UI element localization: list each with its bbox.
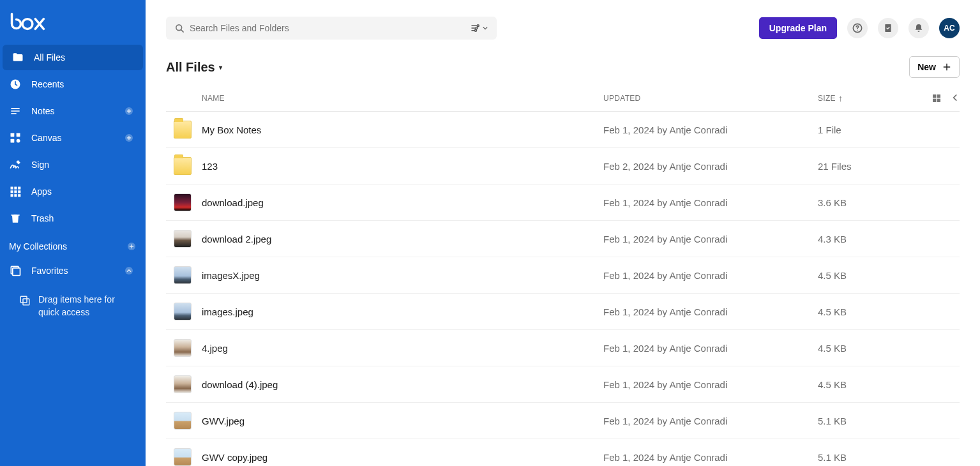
file-size: 1 File (818, 124, 914, 135)
notifications-icon[interactable] (908, 18, 929, 38)
new-button-label: New (917, 62, 936, 72)
new-button[interactable]: New (909, 56, 960, 78)
svg-rect-19 (13, 268, 20, 276)
sidebar-item-label: Canvas (31, 133, 124, 143)
file-name[interactable]: 123 (202, 161, 603, 172)
file-name[interactable]: GWV.jpeg (202, 416, 603, 426)
search-filter-icon[interactable] (467, 20, 490, 36)
folder-icon (174, 121, 192, 139)
sidebar-item-label: Favorites (31, 266, 124, 276)
file-size: 3.6 KB (818, 197, 914, 208)
image-thumbnail (174, 339, 192, 357)
image-thumbnail (174, 303, 192, 320)
sidebar-item-label: Notes (31, 106, 124, 116)
plus-icon[interactable] (126, 241, 137, 252)
sidebar-item-trash[interactable]: Trash (0, 206, 143, 231)
svg-rect-8 (11, 187, 13, 190)
table-row[interactable]: My Box NotesFeb 1, 2024 by Antje Conradi… (166, 112, 960, 148)
canvas-icon (9, 132, 22, 144)
search-input[interactable] (190, 23, 467, 33)
plus-icon[interactable] (124, 133, 134, 143)
file-size: 4.5 KB (818, 343, 914, 354)
file-updated: Feb 1, 2024 by Antje Conradi (603, 234, 818, 244)
table-row[interactable]: images.jpegFeb 1, 2024 by Antje Conradi4… (166, 294, 960, 330)
file-size: 4.3 KB (818, 234, 914, 244)
column-updated[interactable]: UPDATED (603, 94, 818, 103)
search-icon (175, 24, 185, 33)
file-updated: Feb 1, 2024 by Antje Conradi (603, 343, 818, 354)
file-updated: Feb 1, 2024 by Antje Conradi (603, 197, 818, 208)
table-row[interactable]: imagesX.jpegFeb 1, 2024 by Antje Conradi… (166, 257, 960, 294)
sidebar-item-favorites[interactable]: Favorites (0, 258, 143, 283)
table-row[interactable]: GWV.jpegFeb 1, 2024 by Antje Conradi5.1 … (166, 403, 960, 439)
svg-rect-15 (14, 194, 17, 197)
page-title[interactable]: All Files ▾ (166, 60, 222, 75)
file-name[interactable]: GWV copy.jpeg (202, 452, 603, 463)
upgrade-plan-button[interactable]: Upgrade Plan (759, 17, 837, 39)
details-pane-toggle-icon[interactable] (951, 93, 960, 103)
svg-point-28 (857, 30, 857, 31)
file-name[interactable]: download.jpeg (202, 197, 603, 208)
chevron-up-icon[interactable] (124, 266, 134, 276)
sidebar-item-notes[interactable]: Notes (0, 98, 143, 124)
tasks-icon[interactable] (878, 18, 898, 38)
favorites-dropzone[interactable]: Drag items here for quick access (10, 290, 135, 322)
sidebar-item-recents[interactable]: Recents (0, 71, 143, 97)
sign-icon (9, 158, 22, 171)
table-row[interactable]: download.jpegFeb 1, 2024 by Antje Conrad… (166, 184, 960, 221)
sidebar-item-sign[interactable]: Sign (0, 152, 143, 177)
content-header: All Files ▾ New (146, 40, 980, 87)
svg-rect-11 (11, 190, 13, 193)
sidebar-item-label: Apps (31, 186, 134, 197)
sidebar-item-all-files[interactable]: All Files (3, 45, 143, 70)
file-name[interactable]: download 2.jpeg (202, 234, 603, 244)
my-collections-header[interactable]: My Collections (0, 232, 146, 258)
table-row[interactable]: 123Feb 2, 2024 by Antje Conradi21 Files (166, 148, 960, 184)
svg-rect-13 (18, 190, 20, 193)
svg-rect-4 (17, 133, 20, 137)
file-name[interactable]: download (4).jpeg (202, 379, 603, 390)
svg-rect-10 (18, 187, 20, 190)
sidebar-item-label: Sign (31, 160, 134, 170)
clock-icon (9, 78, 22, 91)
caret-down-icon: ▾ (219, 64, 222, 71)
svg-rect-29 (933, 94, 936, 98)
file-updated: Feb 1, 2024 by Antje Conradi (603, 124, 818, 135)
file-updated: Feb 1, 2024 by Antje Conradi (603, 270, 818, 281)
plus-icon (942, 63, 951, 71)
page-title-text: All Files (166, 60, 215, 75)
folder-icon (11, 51, 24, 64)
svg-point-24 (477, 25, 479, 27)
user-avatar[interactable]: AC (939, 18, 960, 38)
plus-icon[interactable] (124, 106, 134, 116)
help-icon[interactable] (847, 18, 868, 38)
sidebar-item-apps[interactable]: Apps (0, 179, 143, 204)
main: Upgrade Plan AC All Files ▾ New (146, 0, 980, 466)
image-thumbnail (174, 448, 192, 466)
search-box[interactable] (166, 17, 497, 40)
svg-point-25 (476, 27, 478, 29)
grid-view-icon[interactable] (931, 93, 942, 103)
file-updated: Feb 1, 2024 by Antje Conradi (603, 379, 818, 390)
file-name[interactable]: images.jpeg (202, 306, 603, 317)
svg-rect-32 (937, 99, 940, 102)
file-updated: Feb 1, 2024 by Antje Conradi (603, 416, 818, 426)
logo[interactable] (0, 8, 146, 45)
column-size[interactable]: SIZE ↑ (818, 93, 914, 103)
file-updated: Feb 1, 2024 by Antje Conradi (603, 452, 818, 463)
file-name[interactable]: 4.jpeg (202, 343, 603, 354)
svg-point-26 (475, 29, 477, 31)
table-row[interactable]: download (4).jpegFeb 1, 2024 by Antje Co… (166, 366, 960, 403)
svg-rect-21 (20, 296, 27, 303)
table-row[interactable]: GWV copy.jpegFeb 1, 2024 by Antje Conrad… (166, 439, 960, 466)
table-row[interactable]: download 2.jpegFeb 1, 2024 by Antje Conr… (166, 221, 960, 257)
topbar: Upgrade Plan AC (146, 0, 980, 40)
svg-rect-31 (933, 99, 936, 102)
file-name[interactable]: My Box Notes (202, 124, 603, 135)
my-collections-label: My Collections (9, 241, 126, 252)
file-size: 21 Files (818, 161, 914, 172)
table-row[interactable]: 4.jpegFeb 1, 2024 by Antje Conradi4.5 KB (166, 330, 960, 366)
sidebar-item-canvas[interactable]: Canvas (0, 125, 143, 151)
file-name[interactable]: imagesX.jpeg (202, 270, 603, 281)
column-name[interactable]: NAME (202, 94, 603, 103)
